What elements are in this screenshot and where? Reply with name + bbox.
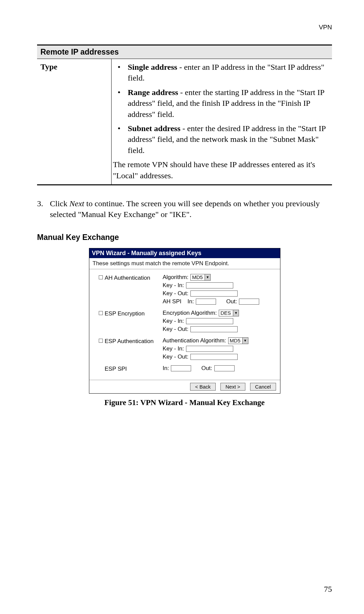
- ah-authentication-checkbox[interactable]: [99, 275, 103, 279]
- ah-key-out-input[interactable]: [190, 290, 238, 297]
- esp-enc-key-out-input[interactable]: [190, 326, 238, 332]
- bullet-item: Range address - enter the starting IP ad…: [112, 87, 329, 120]
- esp-enc-key-in-label: Key - In:: [163, 318, 184, 325]
- esp-authentication-label: ESP Authentication: [105, 338, 154, 345]
- chevron-down-icon: ▼: [242, 338, 248, 344]
- step-3: 3. Click Next to continue. The screen yo…: [37, 198, 332, 220]
- esp-authentication-row: ESP Authentication Authentication Algori…: [99, 337, 275, 362]
- esp-enc-algorithm-value: DES: [220, 310, 231, 316]
- ah-key-in-input[interactable]: [186, 282, 233, 288]
- esp-auth-key-out-label: Key - Out:: [163, 354, 189, 360]
- esp-auth-key-in-label: Key - In:: [163, 345, 184, 352]
- bullet-term: Single address: [128, 63, 177, 71]
- table-header: Remote IP addresses: [37, 45, 332, 59]
- dialog-title: VPN Wizard - Manually assigned Keys: [89, 248, 280, 258]
- ah-spi-out-input[interactable]: [239, 299, 259, 305]
- esp-auth-key-out-input[interactable]: [190, 354, 238, 360]
- page-header-section: VPN: [37, 24, 332, 31]
- esp-auth-algorithm-value: MD5: [230, 338, 241, 343]
- esp-enc-algorithm-select[interactable]: DES ▼: [219, 310, 239, 316]
- vpn-wizard-dialog: VPN Wizard - Manually assigned Keys Thes…: [89, 248, 280, 394]
- dialog-button-bar: < Back Next > Cancel: [89, 380, 280, 393]
- esp-spi-in-input[interactable]: [171, 365, 191, 371]
- dialog-subtitle: These settings must match the remote VPN…: [89, 258, 280, 269]
- ah-key-out-label: Key - Out:: [163, 290, 189, 297]
- esp-authentication-checkbox[interactable]: [99, 339, 103, 343]
- esp-spi-out-label: Out:: [201, 365, 212, 372]
- page-number: 75: [324, 585, 332, 594]
- ah-spi-in-input[interactable]: [196, 299, 216, 305]
- next-button[interactable]: Next >: [220, 383, 245, 391]
- step-italic: Next: [69, 199, 84, 208]
- ah-spi-label: AH SPI: [163, 298, 182, 305]
- cancel-button[interactable]: Cancel: [250, 383, 276, 391]
- esp-enc-algorithm-label: Encryption Algorithm:: [163, 310, 217, 316]
- esp-spi-out-input[interactable]: [214, 365, 235, 371]
- esp-auth-algorithm-select[interactable]: MD5 ▼: [228, 337, 248, 344]
- section-heading-manual-key-exchange: Manual Key Exchange: [37, 233, 332, 242]
- chevron-down-icon: ▼: [233, 310, 239, 316]
- esp-encryption-checkbox[interactable]: [99, 311, 103, 315]
- ah-key-in-label: Key - In:: [163, 282, 184, 289]
- esp-auth-algorithm-label: Authentication Algorithm:: [163, 337, 226, 344]
- remote-ip-table: Remote IP addresses Type Single address …: [37, 44, 332, 185]
- esp-spi-label: ESP SPI: [105, 366, 127, 372]
- esp-encryption-label: ESP Encryption: [105, 310, 145, 317]
- esp-encryption-row: ESP Encryption Encryption Algorithm: DES…: [99, 310, 275, 334]
- esp-auth-key-in-input[interactable]: [186, 346, 233, 352]
- table-row: Type Single address - enter an IP addres…: [37, 59, 332, 185]
- step-number: 3.: [37, 198, 50, 220]
- bullet-item: Single address - enter an IP address in …: [112, 62, 329, 84]
- back-button[interactable]: < Back: [190, 383, 216, 391]
- table-row-content: Single address - enter an IP address in …: [112, 59, 332, 184]
- table-row-label: Type: [37, 59, 112, 184]
- ah-algorithm-value: MD5: [192, 274, 203, 280]
- step-text: Click Next to continue. The screen you w…: [50, 198, 332, 220]
- step-pre: Click: [50, 199, 69, 208]
- ah-spi-in-label: In:: [187, 298, 194, 305]
- step-post: to continue. The screen you will see dep…: [50, 199, 320, 219]
- ah-algorithm-select[interactable]: MD5 ▼: [190, 274, 211, 281]
- chevron-down-icon: ▼: [205, 274, 210, 280]
- ah-algorithm-label: Algorithm:: [163, 274, 189, 281]
- ah-spi-out-label: Out:: [226, 298, 237, 305]
- esp-enc-key-out-label: Key - Out:: [163, 326, 189, 333]
- esp-spi-row: ESP SPI In: Out:: [99, 365, 275, 373]
- table-note: The remote VPN should have these IP addr…: [112, 159, 329, 181]
- ah-authentication-label: AH Authentication: [105, 275, 150, 281]
- esp-enc-key-in-input[interactable]: [186, 318, 233, 324]
- bullet-term: Subnet address: [128, 124, 180, 133]
- figure-caption: Figure 51: VPN Wizard - Manual Key Excha…: [37, 398, 332, 407]
- bullet-item: Subnet address - enter the desired IP ad…: [112, 123, 329, 156]
- bullet-term: Range address: [128, 88, 178, 97]
- ah-authentication-row: AH Authentication Algorithm: MD5 ▼ Key -…: [99, 274, 275, 306]
- esp-spi-in-label: In:: [163, 365, 169, 372]
